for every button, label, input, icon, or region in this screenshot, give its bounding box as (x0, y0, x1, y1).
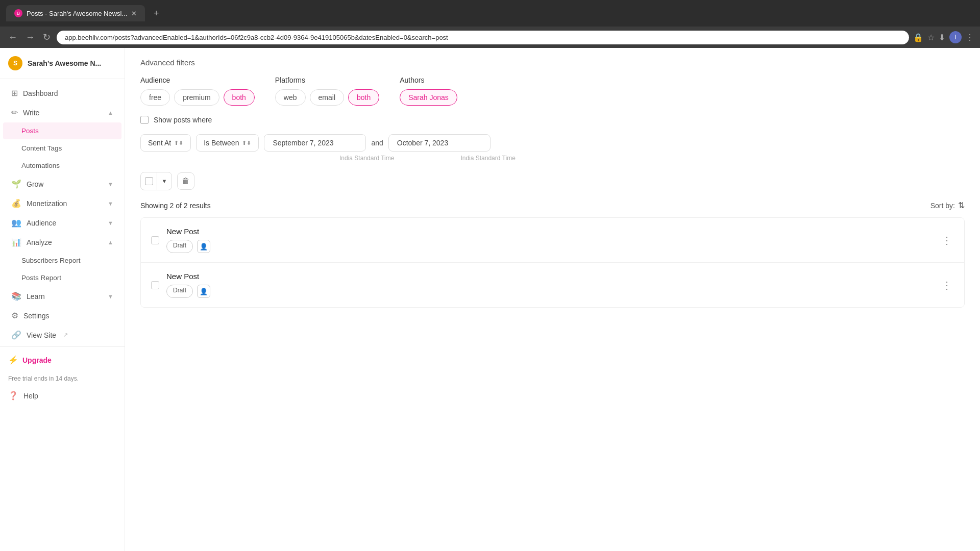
tab-close-button[interactable]: ✕ (131, 10, 137, 17)
post-icon-badge-2[interactable]: 👤 (197, 285, 210, 298)
post-title-2: New Post (166, 272, 933, 281)
sidebar-item-label: Write (23, 109, 39, 117)
analyze-icon: 📊 (11, 237, 21, 247)
audience-label: Audience (140, 76, 255, 84)
authors-filter-group: Authors Sarah Jonas (400, 76, 457, 106)
post-title-1: New Post (166, 227, 933, 236)
and-label: and (371, 139, 383, 147)
reload-button[interactable]: ↻ (41, 30, 53, 45)
sidebar-item-dashboard[interactable]: ⊞ Dashboard (3, 84, 121, 103)
audience-filter-group: Audience free premium both (140, 76, 255, 106)
show-posts-checkbox[interactable] (140, 116, 149, 124)
help-icon: ❓ (8, 391, 18, 400)
menu-icon[interactable]: ⋮ (966, 33, 974, 42)
date-condition-select[interactable]: Is Between ⬆⬇ (196, 134, 259, 152)
bulk-checkbox[interactable] (141, 172, 157, 190)
audience-both-button[interactable]: both (224, 89, 255, 106)
new-tab-button[interactable]: + (149, 6, 163, 20)
post-info-2: New Post Draft 👤 (166, 272, 933, 298)
sidebar-item-monetization[interactable]: 💰 Monetization ▼ (3, 194, 121, 213)
audience-free-button[interactable]: free (140, 89, 170, 106)
address-bar[interactable]: app.beehiiv.com/posts?advancedEnabled=1&… (57, 31, 909, 44)
chevron-down-icon: ▼ (162, 178, 167, 184)
sidebar-item-content-tags[interactable]: Content Tags (3, 140, 121, 157)
upgrade-button[interactable]: ⚡ Upgrade (6, 352, 54, 368)
bulk-arrow[interactable]: ▼ (157, 172, 172, 190)
table-row: New Post Draft 👤 ⋮ (141, 263, 964, 307)
forward-button[interactable]: → (23, 30, 37, 45)
sidebar-item-subscribers-report[interactable]: Subscribers Report (3, 252, 121, 269)
logo-text: Sarah's Awesome N... (28, 59, 101, 67)
post-menu-button-1[interactable]: ⋮ (940, 232, 954, 248)
post-checkbox-2[interactable] (151, 281, 159, 289)
platform-both-button[interactable]: both (348, 89, 379, 106)
extension-icon[interactable]: 🔒 (913, 33, 923, 42)
sidebar-item-learn[interactable]: 📚 Learn ▼ (3, 287, 121, 306)
app-layout: S Sarah's Awesome N... ⊞ Dashboard ✏ Wri… (0, 48, 980, 551)
sidebar-item-label: Settings (23, 312, 50, 320)
table-row: New Post Draft 👤 ⋮ (141, 218, 964, 263)
view-site-icon: 🔗 (11, 330, 21, 340)
sidebar-nav: ⊞ Dashboard ✏ Write ▲ Posts Content Tags… (0, 79, 125, 551)
sidebar-item-help[interactable]: ❓ Help (0, 386, 125, 405)
show-posts-row: Show posts where (140, 116, 965, 124)
trash-icon: 🗑 (182, 177, 190, 186)
sidebar-item-label: Content Tags (21, 144, 62, 152)
back-button[interactable]: ← (6, 30, 19, 45)
start-date-input[interactable]: September 7, 2023 (264, 134, 366, 152)
author-sarah-button[interactable]: Sarah Jonas (400, 89, 457, 106)
platforms-filter-group: Platforms web email both (275, 76, 379, 106)
sidebar-item-write[interactable]: ✏ Write ▲ (3, 103, 121, 122)
write-icon: ✏ (11, 108, 18, 117)
sidebar-item-posts[interactable]: Posts (3, 122, 121, 139)
learn-icon: 📚 (11, 291, 21, 301)
sidebar-item-analyze[interactable]: 📊 Analyze ▲ (3, 233, 121, 252)
post-checkbox-1[interactable] (151, 236, 159, 244)
sidebar-item-view-site[interactable]: 🔗 View Site ↗ (3, 325, 121, 344)
sidebar-item-automations[interactable]: Automations (3, 157, 121, 174)
browser-nav: ← → ↻ app.beehiiv.com/posts?advancedEnab… (0, 27, 980, 48)
date-condition-arrow: ⬆⬇ (242, 140, 251, 146)
platform-email-button[interactable]: email (310, 89, 344, 106)
post-list: New Post Draft 👤 ⋮ New Post (140, 217, 965, 308)
date-field-arrow: ⬆⬇ (174, 140, 183, 146)
sidebar-item-label: Posts Report (21, 274, 61, 282)
sidebar-item-label: Posts (21, 127, 39, 135)
sidebar-item-label: Analyze (27, 238, 52, 246)
sidebar-item-label: Subscribers Report (21, 257, 81, 264)
audience-premium-button[interactable]: premium (174, 89, 219, 106)
settings-icon: ⚙ (11, 311, 18, 320)
end-date-input[interactable]: October 7, 2023 (388, 134, 491, 152)
platforms-label: Platforms (275, 76, 379, 84)
sidebar-divider (0, 346, 125, 347)
bulk-checkbox-sq[interactable] (145, 177, 153, 185)
monetization-icon: 💰 (11, 198, 21, 208)
sidebar-item-grow[interactable]: 🌱 Grow ▼ (3, 174, 121, 193)
date-filter-row: Sent At ⬆⬇ Is Between ⬆⬇ September 7, 20… (140, 134, 965, 152)
delete-button[interactable]: 🗑 (177, 172, 194, 190)
trial-text: Free trial ends in 14 days. (0, 373, 125, 386)
sort-by-control[interactable]: Sort by: ⇅ (930, 201, 965, 210)
main-content: Advanced filters Audience free premium b… (125, 48, 980, 551)
results-header: Showing 2 of 2 results Sort by: ⇅ (140, 201, 965, 210)
download-icon[interactable]: ⬇ (939, 33, 945, 42)
browser-chrome: B Posts - Sarah's Awesome Newsl... ✕ + (0, 0, 980, 27)
person-icon-2: 👤 (200, 288, 208, 295)
browser-tab[interactable]: B Posts - Sarah's Awesome Newsl... ✕ (6, 5, 145, 21)
external-link-icon: ↗ (63, 332, 68, 338)
platform-web-button[interactable]: web (275, 89, 306, 106)
authors-options: Sarah Jonas (400, 89, 457, 106)
post-menu-button-2[interactable]: ⋮ (940, 277, 954, 293)
timezone-hints: India Standard Time India Standard Time (334, 155, 965, 162)
profile-icon[interactable]: I (949, 31, 962, 43)
bookmark-icon[interactable]: ☆ (927, 33, 935, 42)
sidebar-item-settings[interactable]: ⚙ Settings (3, 306, 121, 325)
results-count: Showing 2 of 2 results (140, 202, 211, 210)
post-icon-badge-1[interactable]: 👤 (197, 240, 210, 253)
sidebar-item-posts-report[interactable]: Posts Report (3, 269, 121, 286)
date-condition-value: Is Between (204, 139, 239, 147)
sidebar-item-audience[interactable]: 👥 Audience ▼ (3, 213, 121, 232)
date-field-select[interactable]: Sent At ⬆⬇ (140, 134, 191, 152)
post-badges-2: Draft 👤 (166, 285, 933, 298)
bulk-select-control[interactable]: ▼ (140, 172, 172, 190)
